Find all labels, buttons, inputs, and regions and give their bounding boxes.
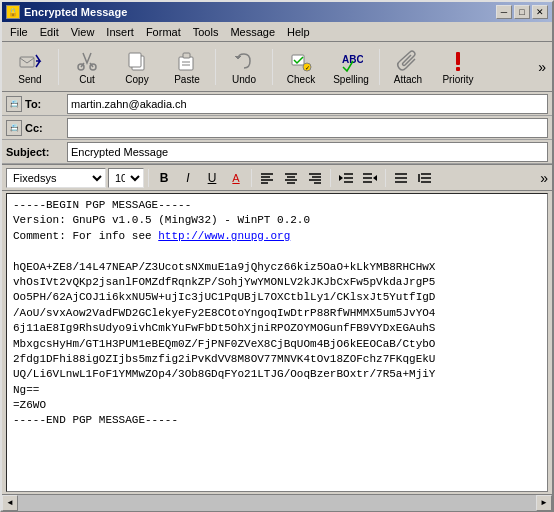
cut-label: Cut: [79, 74, 95, 85]
svg-rect-5: [179, 57, 193, 70]
check-label: Check: [287, 74, 315, 85]
attach-button[interactable]: Attach: [384, 45, 432, 89]
to-label: To:: [25, 98, 41, 110]
svg-text:✓: ✓: [305, 65, 310, 71]
paste-label: Paste: [174, 74, 200, 85]
hscroll-left-button[interactable]: ◄: [2, 495, 18, 511]
message-content[interactable]: -----BEGIN PGP MESSAGE----- Version: Gnu…: [7, 194, 547, 491]
cc-row: 📇 Cc:: [2, 116, 552, 140]
window-icon: 🔒: [6, 5, 20, 19]
format-sep-3: [330, 169, 331, 187]
close-button[interactable]: ✕: [532, 5, 548, 19]
title-bar: 🔒 Encrypted Message ─ □ ✕: [2, 2, 552, 22]
spelling-icon: ABC: [339, 49, 363, 73]
format-overflow[interactable]: »: [540, 170, 548, 186]
font-name-select[interactable]: Fixedsys: [6, 168, 106, 188]
bold-button[interactable]: B: [153, 168, 175, 188]
undo-label: Undo: [232, 74, 256, 85]
to-row: 📇 To:: [2, 92, 552, 116]
send-label: Send: [18, 74, 41, 85]
cut-button[interactable]: Cut: [63, 45, 111, 89]
message-body: -----BEGIN PGP MESSAGE----- Version: Gnu…: [6, 193, 548, 492]
svg-rect-6: [183, 53, 190, 58]
format-toolbar: Fixedsys 10 8 9 11 12 B I U A: [2, 165, 552, 191]
undo-button[interactable]: Undo: [220, 45, 268, 89]
to-address-icon: 📇: [6, 96, 22, 112]
format-sep-1: [148, 169, 149, 187]
horizontal-scrollbar: ◄ ►: [2, 494, 552, 510]
priority-label: Priority: [442, 74, 473, 85]
main-window: 🔒 Encrypted Message ─ □ ✕ File Edit View…: [0, 0, 554, 512]
toolbar-overflow[interactable]: »: [536, 57, 548, 77]
subject-label: Subject:: [2, 146, 67, 158]
check-icon: ✓: [289, 49, 313, 73]
send-button[interactable]: Send: [6, 45, 54, 89]
maximize-button[interactable]: □: [514, 5, 530, 19]
paste-icon: [175, 49, 199, 73]
svg-rect-13: [456, 52, 460, 65]
copy-icon: [125, 49, 149, 73]
cc-label: Cc:: [25, 122, 43, 134]
attach-label: Attach: [394, 74, 422, 85]
indent-decrease-button[interactable]: [335, 168, 357, 188]
cc-input[interactable]: [67, 118, 548, 138]
menu-format[interactable]: Format: [140, 24, 187, 40]
minimize-button[interactable]: ─: [496, 5, 512, 19]
align-right-button[interactable]: [304, 168, 326, 188]
undo-icon: [232, 49, 256, 73]
check-button[interactable]: ✓ Check: [277, 45, 325, 89]
attach-icon: [396, 49, 420, 73]
separator-3: [272, 49, 273, 85]
svg-text:ABC: ABC: [342, 54, 363, 65]
separator-4: [379, 49, 380, 85]
cut-icon: [75, 49, 99, 73]
indent-increase-button[interactable]: [359, 168, 381, 188]
priority-icon: [446, 49, 470, 73]
paste-button[interactable]: Paste: [163, 45, 211, 89]
gnupg-link[interactable]: http://www.gnupg.org: [158, 230, 290, 242]
spelling-label: Spelling: [333, 74, 369, 85]
right-align2-button[interactable]: [414, 168, 436, 188]
menu-view[interactable]: View: [65, 24, 101, 40]
menu-tools[interactable]: Tools: [187, 24, 225, 40]
menu-file[interactable]: File: [4, 24, 34, 40]
menu-insert[interactable]: Insert: [100, 24, 140, 40]
svg-rect-4: [129, 53, 141, 67]
toolbar: Send Cut Copy: [2, 42, 552, 92]
separator-2: [215, 49, 216, 85]
cc-address-icon: 📇: [6, 120, 22, 136]
copy-label: Copy: [125, 74, 148, 85]
hscroll-right-button[interactable]: ►: [536, 495, 552, 511]
subject-input[interactable]: [67, 142, 548, 162]
spelling-button[interactable]: ABC Spelling: [327, 45, 375, 89]
font-color-button[interactable]: A: [225, 168, 247, 188]
format-sep-4: [385, 169, 386, 187]
subject-row: Subject:: [2, 140, 552, 164]
separator-1: [58, 49, 59, 85]
copy-button[interactable]: Copy: [113, 45, 161, 89]
underline-button[interactable]: U: [201, 168, 223, 188]
hscroll-track[interactable]: [18, 495, 536, 511]
align-left-button[interactable]: [256, 168, 278, 188]
menu-help[interactable]: Help: [281, 24, 316, 40]
format-sep-2: [251, 169, 252, 187]
svg-rect-9: [292, 55, 304, 65]
send-icon: [18, 49, 42, 73]
title-buttons: ─ □ ✕: [496, 5, 548, 19]
priority-button[interactable]: Priority: [434, 45, 482, 89]
svg-rect-0: [20, 57, 34, 67]
align-center-button[interactable]: [280, 168, 302, 188]
email-headers: 📇 To: 📇 Cc: Subject:: [2, 92, 552, 165]
menu-message[interactable]: Message: [224, 24, 281, 40]
align-justify-button[interactable]: [390, 168, 412, 188]
window-title: Encrypted Message: [24, 6, 127, 18]
to-input[interactable]: [67, 94, 548, 114]
italic-button[interactable]: I: [177, 168, 199, 188]
svg-rect-14: [456, 67, 460, 71]
font-size-select[interactable]: 10 8 9 11 12: [108, 168, 144, 188]
menu-edit[interactable]: Edit: [34, 24, 65, 40]
menu-bar: File Edit View Insert Format Tools Messa…: [2, 22, 552, 42]
